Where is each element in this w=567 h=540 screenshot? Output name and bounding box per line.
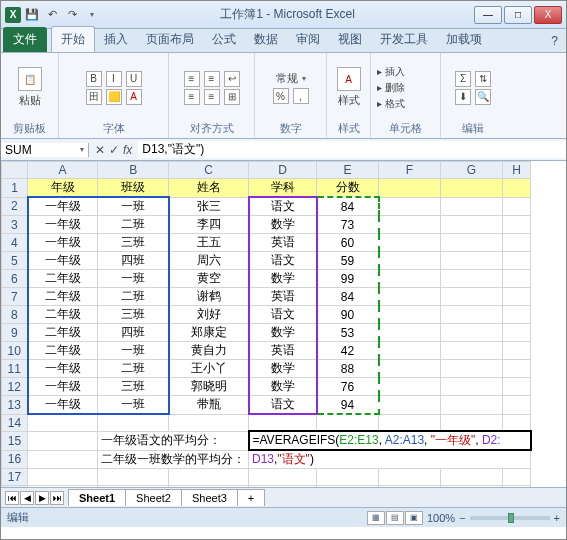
col-H[interactable]: H bbox=[503, 162, 531, 179]
col-D[interactable]: D bbox=[249, 162, 317, 179]
cells-format[interactable]: ▸ 格式 bbox=[377, 97, 405, 111]
sheet-tab-2[interactable]: Sheet2 bbox=[125, 489, 182, 506]
table-row[interactable]: 9二年级四班郑康定数学53 bbox=[2, 324, 531, 342]
fx-icon[interactable]: fx bbox=[123, 143, 132, 157]
status-mode: 编辑 bbox=[7, 510, 29, 525]
select-all[interactable] bbox=[2, 162, 28, 179]
table-row[interactable]: 8二年级三班刘好语文90 bbox=[2, 306, 531, 324]
sheet-tab-new[interactable]: + bbox=[237, 489, 265, 506]
table-row[interactable]: 11一年级二班王小丫数学88 bbox=[2, 360, 531, 378]
table-row[interactable]: 1 年级班级姓名学科分数 bbox=[2, 179, 531, 198]
sheet-nav-prev[interactable]: ◀ bbox=[20, 491, 34, 505]
ribbon-tabs: 文件 开始 插入 页面布局 公式 数据 审阅 视图 开发工具 加载项 ? bbox=[1, 29, 566, 53]
styles-button[interactable]: A 样式 bbox=[337, 67, 361, 108]
align-left-icon[interactable]: ≡ bbox=[184, 89, 200, 105]
table-row[interactable]: 16 二年级一班数学的平均分： D13,"语文") bbox=[2, 450, 531, 469]
table-row[interactable]: 13一年级一班带瓶语文94 bbox=[2, 396, 531, 415]
table-row[interactable]: 4一年级三班王五英语60 bbox=[2, 234, 531, 252]
col-A[interactable]: A bbox=[28, 162, 98, 179]
table-row[interactable]: 14 bbox=[2, 414, 531, 431]
group-font: 字体 bbox=[65, 120, 162, 136]
table-row[interactable]: 15 一年级语文的平均分： =AVERAGEIFS(E2:E13, A2:A13… bbox=[2, 431, 531, 450]
number-format[interactable]: 常规 ▾ bbox=[276, 71, 306, 86]
percent-icon[interactable]: % bbox=[273, 88, 289, 104]
cancel-formula-icon[interactable]: ✕ bbox=[95, 143, 105, 157]
group-clipboard: 剪贴板 bbox=[7, 120, 52, 136]
autosum-icon[interactable]: Σ bbox=[455, 71, 471, 87]
enter-formula-icon[interactable]: ✓ bbox=[109, 143, 119, 157]
zoom-out[interactable]: − bbox=[459, 512, 465, 524]
table-row[interactable]: 7二年级二班谢鹤英语84 bbox=[2, 288, 531, 306]
minimize-button[interactable]: — bbox=[474, 6, 502, 24]
tab-file[interactable]: 文件 bbox=[3, 27, 47, 52]
fill-icon[interactable]: ⬇ bbox=[455, 89, 471, 105]
sheet-nav-first[interactable]: ⏮ bbox=[5, 491, 19, 505]
clipboard-icon: 📋 bbox=[18, 67, 42, 91]
title-bar: X 💾 ↶ ↷ ▾ 工作簿1 - Microsoft Excel — □ X bbox=[1, 1, 566, 29]
border-icon[interactable]: 田 bbox=[86, 89, 102, 105]
tab-review[interactable]: 审阅 bbox=[287, 27, 329, 52]
formula-bar-row: SUM▾ ✕ ✓ fx D13,"语文") bbox=[1, 139, 566, 161]
view-layout-icon[interactable]: ▤ bbox=[386, 511, 404, 525]
font-color-icon[interactable]: A bbox=[126, 89, 142, 105]
col-E[interactable]: E bbox=[317, 162, 379, 179]
fill-color-icon[interactable]: 🟨 bbox=[106, 89, 122, 105]
qat-save[interactable]: 💾 bbox=[23, 6, 41, 24]
sheet-nav-next[interactable]: ▶ bbox=[35, 491, 49, 505]
table-row[interactable]: 10二年级一班黄自力英语42 bbox=[2, 342, 531, 360]
summary-label-2: 二年级一班数学的平均分： bbox=[98, 450, 249, 469]
col-B[interactable]: B bbox=[98, 162, 169, 179]
tab-home[interactable]: 开始 bbox=[51, 26, 95, 52]
underline-icon[interactable]: U bbox=[126, 71, 142, 87]
table-row[interactable]: 12一年级三班郭晓明数学76 bbox=[2, 378, 531, 396]
sort-icon[interactable]: ⇅ bbox=[475, 71, 491, 87]
comma-icon[interactable]: , bbox=[293, 88, 309, 104]
cells-delete[interactable]: ▸ 删除 bbox=[377, 81, 405, 95]
view-break-icon[interactable]: ▣ bbox=[405, 511, 423, 525]
ribbon: 📋 粘贴 剪贴板 BIU 田🟨A 字体 ≡≡↩ ≡≡⊞ 对齐方式 常规 ▾ %,… bbox=[1, 53, 566, 139]
wrap-icon[interactable]: ↩ bbox=[224, 71, 240, 87]
tab-dev[interactable]: 开发工具 bbox=[371, 27, 437, 52]
spreadsheet-grid[interactable]: A B C D E F G H 1 年级班级姓名学科分数 2一年级一班张三语文8… bbox=[1, 161, 566, 487]
align-top-icon[interactable]: ≡ bbox=[184, 71, 200, 87]
qat-undo[interactable]: ↶ bbox=[43, 6, 61, 24]
formula-bar[interactable]: D13,"语文") bbox=[138, 141, 566, 158]
col-G[interactable]: G bbox=[441, 162, 503, 179]
tab-insert[interactable]: 插入 bbox=[95, 27, 137, 52]
paste-button[interactable]: 📋 粘贴 bbox=[18, 67, 42, 108]
table-row[interactable]: 17 bbox=[2, 469, 531, 486]
table-row[interactable]: 3一年级二班李四数学73 bbox=[2, 216, 531, 234]
qat-customize[interactable]: ▾ bbox=[83, 6, 101, 24]
zoom-level[interactable]: 100% bbox=[427, 512, 455, 524]
bold-icon[interactable]: B bbox=[86, 71, 102, 87]
tab-view[interactable]: 视图 bbox=[329, 27, 371, 52]
view-normal-icon[interactable]: ▦ bbox=[367, 511, 385, 525]
qat-redo[interactable]: ↷ bbox=[63, 6, 81, 24]
table-row[interactable]: 18 bbox=[2, 486, 531, 488]
name-box[interactable]: SUM▾ bbox=[1, 143, 89, 157]
tab-formulas[interactable]: 公式 bbox=[203, 27, 245, 52]
tab-addins[interactable]: 加载项 bbox=[437, 27, 491, 52]
zoom-in[interactable]: + bbox=[554, 512, 560, 524]
zoom-slider[interactable] bbox=[470, 516, 550, 520]
table-row[interactable]: 5一年级四班周六语文59 bbox=[2, 252, 531, 270]
merge-icon[interactable]: ⊞ bbox=[224, 89, 240, 105]
italic-icon[interactable]: I bbox=[106, 71, 122, 87]
sheet-tab-3[interactable]: Sheet3 bbox=[181, 489, 238, 506]
maximize-button[interactable]: □ bbox=[504, 6, 532, 24]
sheet-nav-last[interactable]: ⏭ bbox=[50, 491, 64, 505]
close-button[interactable]: X bbox=[534, 6, 562, 24]
find-icon[interactable]: 🔍 bbox=[475, 89, 491, 105]
active-cell[interactable]: =AVERAGEIFS(E2:E13, A2:A13, "一年级", D2: bbox=[249, 431, 531, 450]
table-row[interactable]: 6二年级一班黄空数学99 bbox=[2, 270, 531, 288]
col-F[interactable]: F bbox=[379, 162, 441, 179]
tab-data[interactable]: 数据 bbox=[245, 27, 287, 52]
align-center-icon[interactable]: ≡ bbox=[204, 89, 220, 105]
tab-layout[interactable]: 页面布局 bbox=[137, 27, 203, 52]
ribbon-help-icon[interactable]: ? bbox=[543, 30, 566, 52]
cells-insert[interactable]: ▸ 插入 bbox=[377, 65, 405, 79]
sheet-tab-1[interactable]: Sheet1 bbox=[68, 489, 126, 506]
align-mid-icon[interactable]: ≡ bbox=[204, 71, 220, 87]
col-C[interactable]: C bbox=[169, 162, 249, 179]
table-row[interactable]: 2一年级一班张三语文84 bbox=[2, 197, 531, 216]
